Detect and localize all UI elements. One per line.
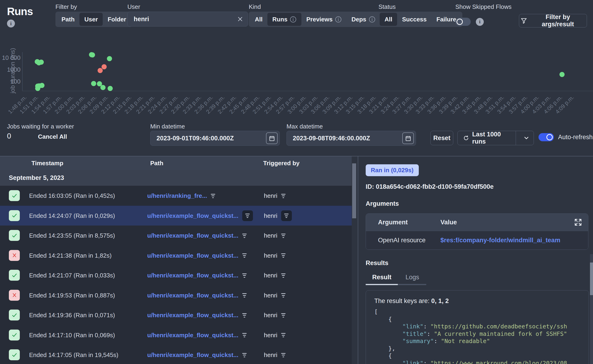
expand-icon	[574, 218, 582, 226]
run-path-link[interactable]: u/henri/example_flow_quickst...	[147, 351, 238, 359]
filter-args-result-button[interactable]: Filter by args/result	[519, 14, 587, 27]
run-timestamp: Ended 14:17:10 (Ran in 0,069s)	[29, 332, 115, 339]
info-icon	[335, 16, 342, 23]
result-scrollbar-thumb[interactable]	[590, 262, 593, 295]
kind-all-tab[interactable]: All	[250, 13, 267, 26]
filter-by-value-icon[interactable]	[242, 273, 247, 278]
min-datetime-field	[150, 131, 280, 146]
run-row[interactable]: Ended 14:19:53 (Ran in 0,887s)u/henri/ex…	[0, 285, 352, 305]
check-icon	[11, 312, 18, 318]
clear-user-filter-icon[interactable]	[237, 16, 243, 22]
expand-arguments-button[interactable]	[574, 218, 582, 226]
x-icon	[12, 253, 17, 258]
run-row[interactable]: Ended 14:19:36 (Ran in 0,071s)u/henri/ex…	[0, 305, 352, 325]
check-icon	[11, 272, 18, 278]
filter-by-value-icon[interactable]	[281, 234, 286, 238]
scatter-point-success[interactable]	[35, 86, 40, 91]
cancel-all-button[interactable]: Cancel All	[38, 133, 67, 140]
run-user: henri	[264, 332, 277, 339]
tab-result[interactable]: Result	[366, 274, 397, 285]
filter-by-value-icon[interactable]	[281, 293, 286, 298]
arg-column-header: Argument	[378, 219, 441, 226]
filter-by-value-icon[interactable]	[281, 194, 286, 198]
filter-by-value-icon[interactable]	[242, 313, 247, 318]
chart-y-axis-line	[22, 52, 23, 91]
scatter-point-success[interactable]	[39, 59, 44, 65]
filter-by-value-icon[interactable]	[281, 273, 286, 278]
run-path-link[interactable]: u/henri/example_flow_quickst...	[147, 292, 238, 299]
run-path-link[interactable]: u/henri/example_flow_quickst...	[147, 252, 238, 259]
max-datetime-input[interactable]	[292, 135, 402, 142]
last-runs-refresh-button[interactable]: Last 1000 runs	[458, 131, 512, 145]
run-path-link[interactable]: u/henri/ranking_fre...	[147, 192, 207, 200]
run-path-link[interactable]: u/henri/example_flow_quickst...	[147, 312, 238, 319]
filter-by-path-tab[interactable]: Path	[57, 13, 79, 26]
filter-by-value-icon[interactable]	[284, 214, 289, 218]
run-row[interactable]: Ended 14:17:05 (Ran in 19,545s)u/henri/e…	[0, 345, 352, 364]
filter-by-value-icon[interactable]	[281, 313, 286, 318]
filter-by-folder-tab[interactable]: Folder	[103, 13, 131, 26]
calendar-icon	[269, 135, 275, 142]
run-user: henri	[264, 232, 277, 239]
scatter-point-success[interactable]	[39, 83, 45, 88]
scatter-point-success[interactable]	[91, 81, 96, 86]
argument-value-link[interactable]: $res:f/company-folder/windmill_ai_team	[441, 237, 560, 244]
result-json: [ { "link": "https://github.com/deadbeef…	[374, 308, 589, 364]
result-json-line: {	[374, 352, 589, 360]
user-filter-input[interactable]	[133, 15, 237, 23]
auto-refresh-label: Auto-refresh	[558, 134, 593, 141]
scatter-point-success[interactable]	[560, 72, 565, 77]
filter-by-value-icon[interactable]	[281, 333, 286, 337]
reset-button[interactable]: Reset	[430, 131, 453, 145]
queue-count: 0	[7, 132, 11, 140]
kind-deps-tab[interactable]: Deps	[347, 13, 380, 26]
filter-by-value-icon[interactable]	[211, 194, 215, 198]
show-skipped-toggle[interactable]	[455, 18, 471, 26]
auto-refresh-toggle[interactable]	[539, 133, 554, 141]
run-path-link[interactable]: u/henri/example_flow_quickst...	[147, 332, 238, 339]
filter-by-user-tab[interactable]: User	[79, 13, 103, 26]
tab-logs[interactable]: Logs	[398, 274, 425, 285]
run-path-link[interactable]: u/henri/example_flow_quickst...	[147, 272, 238, 279]
active-tab-indicator	[366, 284, 398, 285]
filter-by-value-icon[interactable]	[242, 234, 247, 238]
min-datetime-input[interactable]	[156, 135, 266, 142]
scatter-point-success[interactable]	[100, 85, 105, 90]
user-filter-field	[127, 12, 248, 26]
scatter-point-failure[interactable]	[98, 68, 103, 73]
status-success-tab[interactable]: Success	[397, 13, 432, 26]
filter-by-value-icon[interactable]	[242, 353, 247, 357]
show-skipped-info-icon[interactable]: i	[476, 18, 484, 26]
scatter-point-success[interactable]	[90, 52, 95, 58]
run-row[interactable]: Ended 14:23:55 (Ran in 8,575s)u/henri/ex…	[0, 226, 352, 246]
run-path-link[interactable]: u/henri/example_flow_quickst...	[147, 212, 238, 220]
status-all-tab[interactable]: All	[380, 13, 397, 26]
run-timestamp: Ended 14:19:36 (Ran in 0,071s)	[29, 312, 115, 319]
run-row[interactable]: Ended 14:21:07 (Ran in 0,033s)u/henri/ex…	[0, 265, 352, 285]
kind-previews-tab[interactable]: Previews	[301, 13, 347, 26]
scatter-point-success[interactable]	[107, 56, 112, 61]
kind-label: Kind	[249, 3, 261, 11]
status-success-icon	[9, 190, 20, 201]
table-scrollbar[interactable]	[352, 163, 356, 218]
inactive-tab-indicator	[398, 284, 426, 285]
run-row[interactable]: Ended 14:24:07 (Ran in 0,029s)u/henri/ex…	[0, 206, 352, 226]
runs-info-icon[interactable]: i	[7, 20, 15, 27]
last-runs-dropdown-button[interactable]	[519, 135, 534, 141]
min-datetime-calendar-button[interactable]	[266, 132, 278, 144]
run-path-link[interactable]: u/henri/example_flow_quickst...	[147, 232, 238, 239]
filter-by-value-icon[interactable]	[242, 333, 247, 337]
min-datetime-label: Min datetime	[150, 123, 185, 130]
scatter-point-failure[interactable]	[102, 64, 107, 69]
max-datetime-calendar-button[interactable]	[402, 132, 414, 144]
filter-by-value-icon[interactable]	[281, 353, 286, 357]
filter-by-value-icon[interactable]	[242, 254, 247, 258]
filter-by-value-icon[interactable]	[242, 293, 247, 298]
scatter-point-success[interactable]	[108, 86, 113, 91]
filter-by-value-icon[interactable]	[245, 214, 250, 218]
run-row[interactable]: Ended 14:17:10 (Ran in 0,069s)u/henri/ex…	[0, 325, 352, 345]
filter-by-value-icon[interactable]	[281, 254, 286, 258]
run-row[interactable]: Ended 14:21:38 (Ran in 1,82s)u/henri/exa…	[0, 246, 352, 266]
kind-runs-tab[interactable]: Runs	[267, 13, 301, 26]
run-row[interactable]: Ended 16:03:05 (Ran in 0,452s)u/henri/ra…	[0, 186, 352, 206]
